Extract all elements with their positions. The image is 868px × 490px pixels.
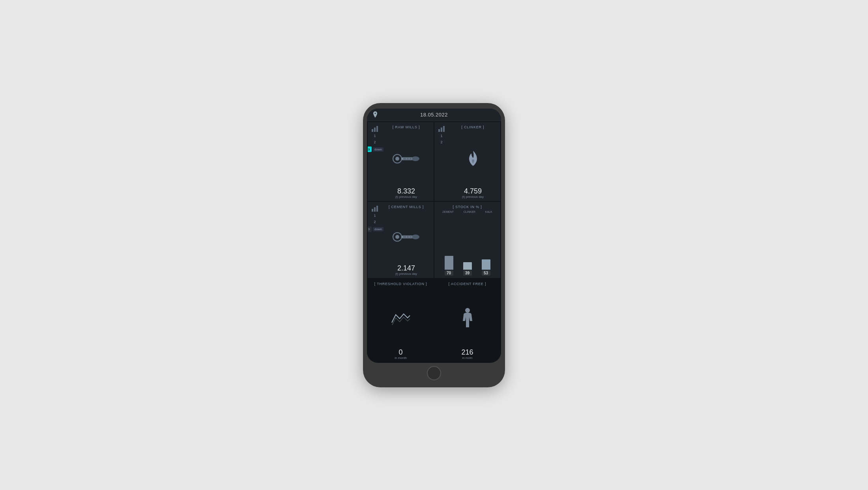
stock-bar-group: 39 bbox=[463, 262, 472, 276]
stock-bar-group: 53 bbox=[482, 259, 490, 276]
header: 18.05.2022 bbox=[367, 109, 501, 121]
cement-mill-line3-badge: 3 bbox=[368, 227, 372, 232]
svg-rect-13 bbox=[443, 126, 445, 132]
stock-label-zement: ZEMENT bbox=[442, 210, 454, 213]
threshold-icon-container bbox=[391, 287, 411, 348]
cement-bar-icon bbox=[371, 205, 378, 212]
raw-mills-right: [ RAW MILLS ] bbox=[380, 122, 434, 201]
stock-bar bbox=[482, 259, 490, 270]
svg-point-20 bbox=[412, 235, 419, 239]
clinker-title: [ CLINKER ] bbox=[462, 125, 485, 129]
svg-point-4 bbox=[395, 157, 399, 161]
stock-bar-group: 70 bbox=[445, 256, 453, 276]
raw-mills-card: 1 2 3 down [ RAW MILLS ] bbox=[368, 122, 434, 201]
cement-mills-right: [ CEMENT MILLS ] bbox=[380, 202, 434, 278]
stock-label-clinker: CLINKER bbox=[464, 210, 475, 213]
svg-rect-0 bbox=[372, 129, 373, 132]
flame-icon-svg bbox=[466, 150, 480, 167]
raw-mill-line1: 1 bbox=[374, 133, 376, 139]
svg-rect-7 bbox=[401, 158, 403, 160]
raw-mills-title: [ RAW MILLS ] bbox=[393, 125, 420, 129]
svg-rect-11 bbox=[438, 129, 440, 132]
clinker-line2: 2 bbox=[440, 139, 442, 145]
person-icon-svg bbox=[461, 308, 474, 328]
raw-mill-machine-icon bbox=[393, 153, 420, 164]
cement-mills-value-group: 2.147 (t) previous day bbox=[395, 265, 417, 276]
stock-bars-container: 703953 bbox=[438, 214, 497, 276]
raw-mills-unit: (t) previous day bbox=[395, 195, 417, 199]
stock-title: [ STOCK IN % ] bbox=[438, 205, 497, 209]
stock-bar bbox=[463, 262, 472, 270]
clinker-value: 4.759 bbox=[462, 188, 484, 195]
threshold-value: 0 bbox=[398, 349, 402, 356]
clinker-left: 1 2 bbox=[434, 122, 447, 201]
threshold-card: [ THRESHOLD VIOLATION ] 0 in month bbox=[368, 279, 434, 362]
clinker-bar-icon bbox=[438, 125, 445, 132]
svg-point-25 bbox=[465, 308, 470, 313]
stock-label-kalk: KALK bbox=[485, 210, 492, 213]
home-button[interactable] bbox=[427, 366, 441, 380]
raw-mills-value-group: 8.332 (t) previous day bbox=[395, 188, 417, 199]
cement-mill-icon-container bbox=[393, 210, 420, 265]
location-icon bbox=[372, 111, 378, 118]
accident-title: [ ACCIDENT FREE ] bbox=[449, 282, 486, 286]
header-date: 18.05.2022 bbox=[420, 112, 448, 118]
cement-mill-line1: 1 bbox=[374, 213, 376, 218]
cement-mills-title: [ CEMENT MILLS ] bbox=[389, 205, 424, 209]
stock-bar-value: 70 bbox=[445, 270, 453, 276]
svg-rect-12 bbox=[441, 128, 442, 132]
person-icon-container bbox=[461, 287, 474, 348]
stock-bar-value: 39 bbox=[463, 270, 472, 276]
svg-rect-15 bbox=[374, 207, 376, 212]
svg-point-6 bbox=[412, 156, 419, 161]
threshold-unit: in month bbox=[395, 356, 407, 360]
clinker-right: [ CLINKER ] 4.759 (t) previous day bbox=[447, 122, 500, 201]
svg-rect-21 bbox=[401, 236, 403, 238]
cement-mills-left: 1 2 3 down bbox=[368, 202, 380, 278]
accident-unit: in motn bbox=[462, 356, 472, 360]
clinker-unit: (t) previous day bbox=[462, 195, 484, 199]
threshold-title: [ THRESHOLD VIOLATION ] bbox=[374, 282, 427, 286]
raw-mill-icon-container bbox=[393, 130, 420, 188]
svg-rect-1 bbox=[374, 128, 376, 132]
stock-bar bbox=[445, 256, 453, 270]
flame-icon-container bbox=[466, 130, 480, 188]
clinker-card: 1 2 [ CLINKER ] 4.759 (t) previous day bbox=[434, 122, 500, 201]
cement-mills-value: 2.147 bbox=[395, 265, 417, 272]
raw-mill-line3-badge: 3 bbox=[368, 146, 372, 152]
phone-device: 18.05.2022 1 2 3 down bbox=[363, 103, 505, 387]
stock-card: [ STOCK IN % ] ZEMENT CLINKER KALK 70395… bbox=[434, 202, 500, 278]
accident-card: [ ACCIDENT FREE ] 216 in motn bbox=[434, 279, 500, 362]
clinker-line1: 1 bbox=[440, 133, 442, 139]
threshold-wave-icon bbox=[391, 311, 411, 325]
raw-mills-left: 1 2 3 down bbox=[368, 122, 380, 201]
cement-mills-card: 1 2 3 down [ CEMENT MILLS ] bbox=[368, 202, 434, 278]
svg-rect-14 bbox=[372, 209, 373, 212]
cement-mill-machine-icon bbox=[393, 231, 420, 242]
accident-value: 216 bbox=[461, 349, 473, 356]
cement-mills-unit: (t) previous day bbox=[395, 272, 417, 276]
stock-bar-value: 53 bbox=[482, 270, 490, 276]
raw-mills-value: 8.332 bbox=[395, 188, 417, 195]
raw-mill-line2: 2 bbox=[374, 139, 376, 145]
cement-mill-line2: 2 bbox=[374, 219, 376, 225]
svg-point-18 bbox=[395, 235, 399, 239]
svg-rect-16 bbox=[376, 206, 378, 212]
dashboard-grid: 1 2 3 down [ RAW MILLS ] bbox=[367, 121, 501, 363]
phone-screen: 18.05.2022 1 2 3 down bbox=[367, 109, 501, 363]
bar-chart-icon bbox=[371, 125, 378, 132]
stock-labels: ZEMENT CLINKER KALK bbox=[438, 210, 497, 213]
svg-rect-2 bbox=[376, 126, 378, 132]
clinker-value-group: 4.759 (t) previous day bbox=[462, 188, 484, 199]
